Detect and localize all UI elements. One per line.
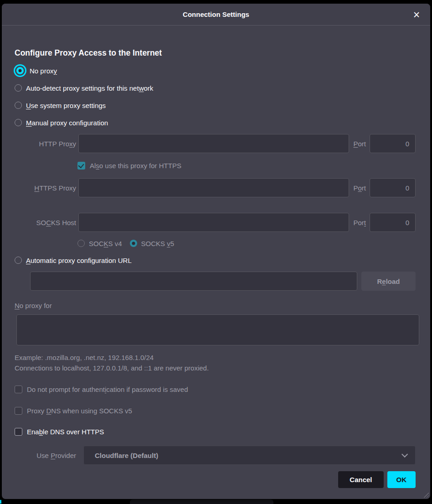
use-provider-label: Use Provider xyxy=(15,452,76,459)
radio-row-no-proxy[interactable]: No proxy xyxy=(15,66,416,75)
radio-button-socks-v5[interactable] xyxy=(130,240,137,247)
no-proxy-for-textarea[interactable] xyxy=(16,314,419,345)
dialog-title: Connection Settings xyxy=(183,10,249,18)
https-proxy-label: HTTPS Proxy xyxy=(15,184,76,192)
also-https-label: Also use this proxy for HTTPS xyxy=(90,162,181,170)
radio-button-system-proxy[interactable] xyxy=(15,102,22,109)
radio-row-system-proxy[interactable]: Use system proxy settings xyxy=(15,101,416,110)
socks-version-row: SOCKS v4 SOCKS v5 xyxy=(77,239,416,248)
no-proxy-for-label: No proxy for xyxy=(15,301,416,310)
page-title: Configure Proxy Access to the Internet xyxy=(15,48,416,58)
also-https-row[interactable]: Also use this proxy for HTTPS xyxy=(77,161,416,170)
doh-provider-dropdown[interactable]: Cloudflare (Default) xyxy=(83,446,416,465)
http-proxy-label: HTTP Proxy xyxy=(15,140,76,148)
radio-label-socks-v5: SOCKS v5 xyxy=(141,240,175,247)
radio-label-system-proxy: Use system proxy settings xyxy=(26,102,106,109)
https-port-label: Port xyxy=(353,184,366,192)
socks-host-row: SOCKS Host Port xyxy=(15,213,416,232)
radio-row-auto-detect[interactable]: Auto-detect proxy settings for this netw… xyxy=(15,83,416,93)
https-port-input[interactable] xyxy=(370,178,416,197)
autoconfig-url-input[interactable] xyxy=(30,272,357,291)
http-port-label: Port xyxy=(353,140,366,148)
dialog-button-row: Cancel OK xyxy=(15,471,416,488)
no-prompt-auth-label: Do not prompt for authentication if pass… xyxy=(27,386,188,393)
dialog-content: Configure Proxy Access to the Internet N… xyxy=(2,26,430,488)
ok-button[interactable]: OK xyxy=(387,471,416,488)
radio-label-autoconfig: Automatic proxy configuration URL xyxy=(26,257,132,264)
radio-label-no-proxy: No proxy xyxy=(30,67,57,75)
radio-button-socks-v4[interactable] xyxy=(77,240,85,247)
radio-label-auto-detect: Auto-detect proxy settings for this netw… xyxy=(26,84,153,92)
reload-button[interactable]: Reload xyxy=(361,272,416,291)
http-proxy-row: HTTP Proxy Port xyxy=(15,134,416,153)
doh-provider-row: Use Provider Cloudflare (Default) xyxy=(15,446,416,465)
https-proxy-input[interactable] xyxy=(78,178,349,197)
enable-doh-label: Enable DNS over HTTPS xyxy=(27,428,104,436)
radio-button-autoconfig[interactable] xyxy=(15,257,22,264)
checkbox-no-prompt-auth[interactable] xyxy=(15,386,22,393)
checkbox-enable-doh[interactable] xyxy=(15,428,22,436)
autoconfig-url-row: Reload xyxy=(15,272,416,291)
radio-button-manual-proxy[interactable] xyxy=(15,119,22,126)
checkbox-row-proxy-dns[interactable]: Proxy DNS when using SOCKS v5 xyxy=(15,406,416,415)
background-page-element xyxy=(130,499,273,504)
http-port-input[interactable] xyxy=(370,134,416,153)
https-proxy-row: HTTPS Proxy Port xyxy=(15,178,416,197)
checkbox-row-enable-doh[interactable]: Enable DNS over HTTPS xyxy=(15,427,416,436)
close-icon[interactable]: × xyxy=(410,8,423,21)
checkbox-row-no-prompt-auth[interactable]: Do not prompt for authentication if pass… xyxy=(15,385,416,394)
connection-settings-dialog: Connection Settings × Configure Proxy Ac… xyxy=(2,4,430,499)
socks-host-input[interactable] xyxy=(78,213,349,232)
socks-port-input[interactable] xyxy=(370,213,416,232)
resize-grip[interactable] xyxy=(423,492,429,498)
proxy-dns-label: Proxy DNS when using SOCKS v5 xyxy=(27,407,132,415)
http-proxy-input[interactable] xyxy=(78,134,349,153)
radio-row-autoconfig[interactable]: Automatic proxy configuration URL xyxy=(15,256,416,265)
radio-label-manual-proxy: Manual proxy configuration xyxy=(26,119,108,127)
socks-host-label: SOCKS Host xyxy=(15,219,76,226)
socks-port-label: Port xyxy=(353,219,366,226)
radio-label-socks-v4: SOCKS v4 xyxy=(89,240,122,247)
background-accent-sliver xyxy=(0,500,1,504)
no-proxy-for-label-text: No proxy for xyxy=(15,302,52,309)
localhost-note-text: Connections to localhost, 127.0.0.1/8, a… xyxy=(15,364,416,372)
checkbox-also-https[interactable] xyxy=(77,162,85,170)
doh-provider-selected-value: Cloudflare (Default) xyxy=(95,452,401,459)
no-proxy-example-text: Example: .mozilla.org, .net.nz, 192.168.… xyxy=(15,354,416,361)
chevron-down-icon xyxy=(401,451,408,458)
radio-button-auto-detect[interactable] xyxy=(15,84,22,92)
radio-row-socks-v4[interactable]: SOCKS v4 xyxy=(77,240,122,247)
cancel-button[interactable]: Cancel xyxy=(338,471,383,488)
checkbox-proxy-dns[interactable] xyxy=(15,407,22,415)
radio-button-no-proxy[interactable] xyxy=(16,67,24,74)
dialog-titlebar: Connection Settings × xyxy=(2,4,430,26)
radio-row-socks-v5[interactable]: SOCKS v5 xyxy=(130,240,175,247)
radio-row-manual-proxy[interactable]: Manual proxy configuration xyxy=(15,118,416,127)
